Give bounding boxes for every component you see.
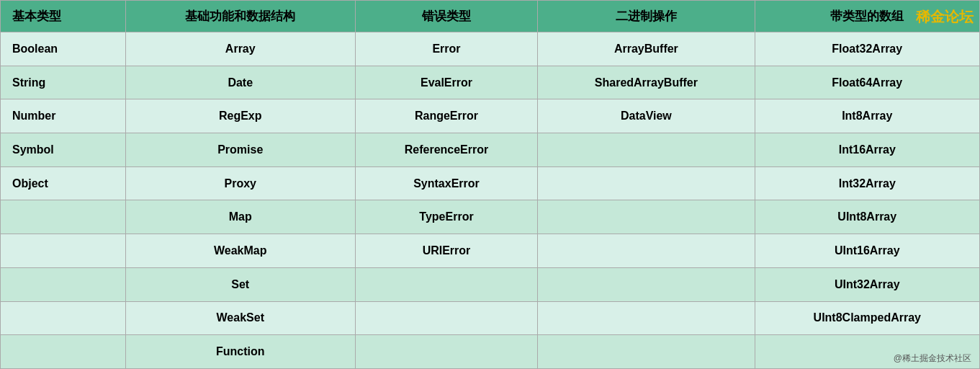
cell-r6-c4: UInt16Array bbox=[755, 234, 979, 268]
main-table: 基本类型 基础功能和数据结构 错误类型 二进制操作 带类型的数组 稀金论坛 Bo… bbox=[0, 0, 980, 369]
cell-r0-c0: Boolean bbox=[1, 32, 126, 66]
cell-r1-c3: SharedArrayBuffer bbox=[538, 66, 755, 99]
cell-r1-c1: Date bbox=[125, 66, 355, 99]
cell-r8-c1: WeakSet bbox=[125, 301, 355, 335]
cell-r8-c2 bbox=[355, 301, 538, 335]
cell-r3-c0: Symbol bbox=[1, 133, 126, 167]
cell-r0-c3: ArrayBuffer bbox=[538, 32, 755, 66]
cell-r6-c1: WeakMap bbox=[125, 234, 355, 268]
cell-r2-c1: RegExp bbox=[125, 99, 355, 133]
cell-r2-c0: Number bbox=[1, 99, 126, 133]
cell-r9-c1: Function bbox=[125, 335, 355, 369]
cell-r7-c2 bbox=[355, 267, 538, 301]
cell-r6-c3 bbox=[538, 234, 755, 268]
col4-header: 二进制操作 bbox=[538, 1, 755, 32]
cell-r4-c3 bbox=[538, 166, 755, 200]
cell-r7-c3 bbox=[538, 267, 755, 301]
table-row: MapTypeErrorUInt8Array bbox=[1, 200, 980, 234]
table-row: SymbolPromiseReferenceErrorInt16Array bbox=[1, 133, 980, 167]
cell-r2-c3: DataView bbox=[538, 99, 755, 133]
cell-r7-c1: Set bbox=[125, 267, 355, 301]
table-row: BooleanArrayErrorArrayBufferFloat32Array bbox=[1, 32, 980, 66]
col2-header: 基础功能和数据结构 bbox=[125, 1, 355, 32]
watermark-label: @稀土掘金技术社区 bbox=[894, 352, 971, 365]
table-row: SetUInt32Array bbox=[1, 267, 980, 301]
cell-r6-c0 bbox=[1, 234, 126, 268]
table-row: Function bbox=[1, 335, 980, 369]
cell-r3-c2: ReferenceError bbox=[355, 133, 538, 167]
cell-r1-c2: EvalError bbox=[355, 66, 538, 99]
cell-r9-c2 bbox=[355, 335, 538, 369]
table-wrapper: 基本类型 基础功能和数据结构 错误类型 二进制操作 带类型的数组 稀金论坛 Bo… bbox=[0, 0, 980, 369]
cell-r8-c3 bbox=[538, 301, 755, 335]
cell-r4-c1: Proxy bbox=[125, 166, 355, 200]
cell-r1-c0: String bbox=[1, 66, 126, 99]
table-body: BooleanArrayErrorArrayBufferFloat32Array… bbox=[1, 32, 980, 369]
cell-r0-c4: Float32Array bbox=[755, 32, 979, 66]
cell-r7-c4: UInt32Array bbox=[755, 267, 979, 301]
cell-r4-c4: Int32Array bbox=[755, 166, 979, 200]
cell-r8-c4: UInt8ClampedArray bbox=[755, 301, 979, 335]
header-row: 基本类型 基础功能和数据结构 错误类型 二进制操作 带类型的数组 稀金论坛 bbox=[1, 1, 980, 32]
table-row: WeakMapURIErrorUInt16Array bbox=[1, 234, 980, 268]
col5-header: 带类型的数组 稀金论坛 bbox=[755, 1, 979, 32]
cell-r5-c2: TypeError bbox=[355, 200, 538, 234]
col1-header: 基本类型 bbox=[1, 1, 126, 32]
cell-r9-c3 bbox=[538, 335, 755, 369]
cell-r8-c0 bbox=[1, 301, 126, 335]
table-row: NumberRegExpRangeErrorDataViewInt8Array bbox=[1, 99, 980, 133]
table-row: WeakSetUInt8ClampedArray bbox=[1, 301, 980, 335]
table-row: StringDateEvalErrorSharedArrayBufferFloa… bbox=[1, 66, 980, 99]
cell-r0-c1: Array bbox=[125, 32, 355, 66]
cell-r3-c1: Promise bbox=[125, 133, 355, 167]
cell-r5-c4: UInt8Array bbox=[755, 200, 979, 234]
cell-r0-c2: Error bbox=[355, 32, 538, 66]
cell-r5-c3 bbox=[538, 200, 755, 234]
col3-header: 错误类型 bbox=[355, 1, 538, 32]
cell-r2-c4: Int8Array bbox=[755, 99, 979, 133]
cell-r3-c4: Int16Array bbox=[755, 133, 979, 167]
cell-r6-c2: URIError bbox=[355, 234, 538, 268]
logo-text: 稀金论坛 bbox=[916, 6, 974, 26]
cell-r4-c0: Object bbox=[1, 166, 126, 200]
cell-r4-c2: SyntaxError bbox=[355, 166, 538, 200]
cell-r7-c0 bbox=[1, 267, 126, 301]
cell-r9-c0 bbox=[1, 335, 126, 369]
col5-header-text: 带类型的数组 bbox=[830, 9, 904, 23]
cell-r3-c3 bbox=[538, 133, 755, 167]
cell-r1-c4: Float64Array bbox=[755, 66, 979, 99]
cell-r5-c0 bbox=[1, 200, 126, 234]
table-row: ObjectProxySyntaxErrorInt32Array bbox=[1, 166, 980, 200]
cell-r2-c2: RangeError bbox=[355, 99, 538, 133]
cell-r5-c1: Map bbox=[125, 200, 355, 234]
